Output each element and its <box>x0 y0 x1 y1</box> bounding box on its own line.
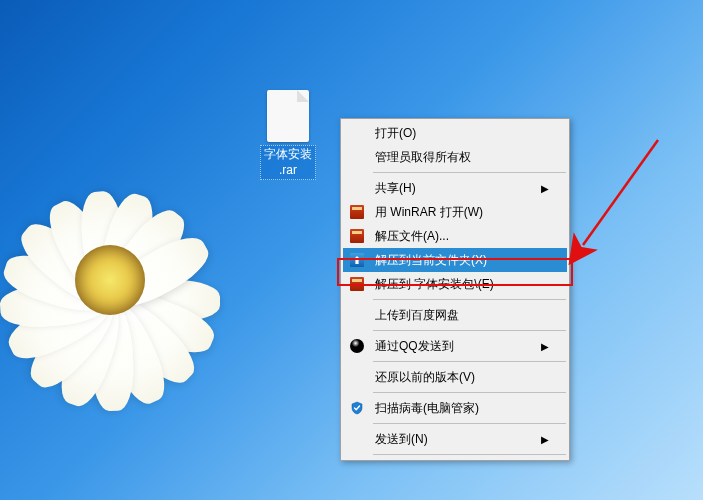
menu-icon-blank <box>347 369 367 385</box>
menu-item-2[interactable]: 共享(H)▶ <box>343 176 567 200</box>
menu-item-0[interactable]: 打开(O) <box>343 121 567 145</box>
desktop: 字体安装 .rar 打开(O)管理员取得所有权共享(H)▶用 WinRAR 打开… <box>0 0 703 500</box>
menu-separator <box>373 423 566 424</box>
chevron-right-icon: ▶ <box>541 341 549 352</box>
menu-item-7[interactable]: 上传到百度网盘 <box>343 303 567 327</box>
menu-item-10[interactable]: 扫描病毒(电脑管家) <box>343 396 567 420</box>
menu-item-1[interactable]: 管理员取得所有权 <box>343 145 567 169</box>
file-icon <box>267 90 309 142</box>
menu-item-11[interactable]: 发送到(N)▶ <box>343 427 567 451</box>
menu-item-6[interactable]: 解压到 字体安装包\(E) <box>343 272 567 296</box>
menu-icon-blank <box>347 307 367 323</box>
rar-icon <box>347 228 367 244</box>
annotation-arrow <box>558 130 678 280</box>
menu-item-label: 解压到当前文件夹(X) <box>375 252 549 269</box>
menu-item-label: 解压文件(A)... <box>375 228 549 245</box>
menu-item-label: 共享(H) <box>375 180 537 197</box>
file-label: 字体安装 .rar <box>260 145 316 180</box>
menu-item-label: 管理员取得所有权 <box>375 149 549 166</box>
context-menu: 打开(O)管理员取得所有权共享(H)▶用 WinRAR 打开(W)解压文件(A)… <box>340 118 570 461</box>
menu-icon-blank <box>347 180 367 196</box>
menu-item-label: 发送到(N) <box>375 431 537 448</box>
menu-item-8[interactable]: 通过QQ发送到▶ <box>343 334 567 358</box>
rar-icon <box>347 276 367 292</box>
menu-separator <box>373 361 566 362</box>
menu-icon-blank <box>347 125 367 141</box>
menu-item-label: 上传到百度网盘 <box>375 307 549 324</box>
shield-icon <box>347 400 367 416</box>
rar-icon <box>347 204 367 220</box>
extract-icon <box>347 252 367 268</box>
menu-item-label: 扫描病毒(电脑管家) <box>375 400 549 417</box>
menu-separator <box>373 454 566 455</box>
menu-item-5[interactable]: 解压到当前文件夹(X) <box>343 248 567 272</box>
menu-separator <box>373 330 566 331</box>
menu-separator <box>373 299 566 300</box>
menu-icon-blank <box>347 149 367 165</box>
menu-separator <box>373 172 566 173</box>
svg-line-0 <box>583 140 658 245</box>
menu-item-9[interactable]: 还原以前的版本(V) <box>343 365 567 389</box>
qq-icon <box>347 338 367 354</box>
menu-separator <box>373 392 566 393</box>
menu-item-label: 用 WinRAR 打开(W) <box>375 204 549 221</box>
menu-item-label: 打开(O) <box>375 125 549 142</box>
menu-item-label: 解压到 字体安装包\(E) <box>375 276 549 293</box>
menu-icon-blank <box>347 431 367 447</box>
menu-item-label: 还原以前的版本(V) <box>375 369 549 386</box>
menu-item-label: 通过QQ发送到 <box>375 338 537 355</box>
chevron-right-icon: ▶ <box>541 434 549 445</box>
menu-item-3[interactable]: 用 WinRAR 打开(W) <box>343 200 567 224</box>
chevron-right-icon: ▶ <box>541 183 549 194</box>
wallpaper-flower <box>0 120 270 440</box>
desktop-file-icon[interactable]: 字体安装 .rar <box>248 90 328 180</box>
menu-item-4[interactable]: 解压文件(A)... <box>343 224 567 248</box>
